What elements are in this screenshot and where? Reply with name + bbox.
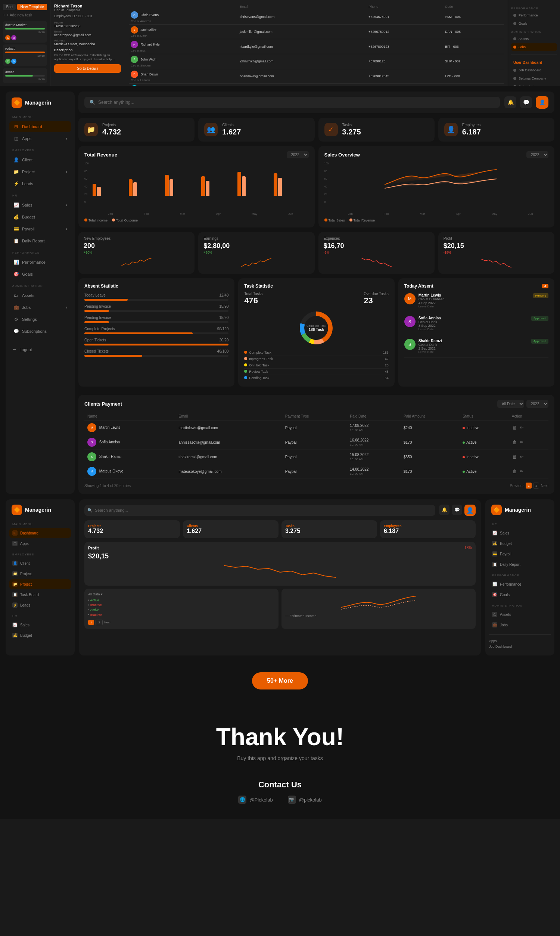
sidebar-item-project[interactable]: 📁 Project (9, 166, 71, 177)
sort-button[interactable]: Sort (3, 4, 16, 10)
sidebar-item-leads[interactable]: ⚡ Leads (9, 178, 71, 189)
absent-avatar: S (404, 339, 415, 350)
sidebar-item-performance[interactable]: 📊 Performance (9, 257, 71, 268)
sidebar-item-assets[interactable]: 🗂 Assets (9, 290, 71, 301)
prev3-daily-item[interactable]: 📋 Daily Report (489, 559, 551, 569)
prev3-budget-item[interactable]: 💰 Budget (489, 539, 551, 548)
apps-icon: ◫ (13, 135, 19, 142)
prev-page-2[interactable]: 2 (95, 620, 102, 625)
edit-button[interactable]: ✏ (519, 424, 524, 431)
prev-page-1[interactable]: 1 (88, 620, 94, 625)
add-task-row[interactable]: + + Add new task (3, 13, 47, 17)
preview-logo-2: 🔶 Managerin (9, 505, 71, 515)
prev3-goals-item[interactable]: 🎯 Goals (489, 590, 551, 599)
preview-logo-3: 🔶 Managerin (489, 505, 551, 515)
thank-you-title: Thank You! (8, 723, 552, 751)
preview-notif-button[interactable]: 🔔 (439, 505, 449, 515)
logout-button[interactable]: ↩ Logout (9, 344, 71, 354)
edit-button[interactable]: ✏ (519, 453, 524, 460)
prev-project-active-icon: 📁 (12, 582, 17, 587)
sidebar-item-daily-report[interactable]: 📋 Daily Report (9, 235, 71, 246)
more-button[interactable]: 50+ More (252, 672, 308, 690)
sidebar-item-jobs[interactable]: 💼 Jobs (9, 302, 71, 313)
stats-row: 📁 Projects 4.732 👥 Clients 1.627 ✓ Tasks… (78, 118, 554, 142)
assets-item[interactable]: Assets (511, 35, 557, 43)
contact-table-row: B Brian DawnCeo at Lazada briandawn@gmai… (129, 69, 504, 84)
user-avatar[interactable]: 👤 (536, 96, 548, 109)
estimated-chart (285, 593, 472, 611)
edit-button[interactable]: ✏ (519, 468, 524, 475)
sidebar-item-client[interactable]: 👤 Client (9, 154, 71, 165)
go-details-button[interactable]: Go to Details (54, 64, 121, 73)
preview-msg-button[interactable]: 💬 (452, 505, 462, 515)
prev-project-active-item[interactable]: 📁 Project (9, 579, 71, 589)
prev3-payroll-item[interactable]: 💳 Payroll (489, 549, 551, 559)
contact-link-1[interactable]: 🌐 @Pickolab (238, 796, 272, 804)
stat-card-employees: 👤 Employees 6.187 (438, 118, 554, 142)
logo-text: Managerin (25, 100, 51, 106)
sidebar-item-payroll[interactable]: 💳 Payroll (9, 223, 71, 234)
sidebar-item-apps[interactable]: ◫ Apps (9, 133, 71, 144)
delete-button[interactable]: 🗑 (512, 424, 518, 431)
main-content: 🔍 Search anything... 🔔 💬 👤 📁 Projects 4.… (78, 91, 554, 494)
prev3-payroll-icon: 💳 (492, 551, 497, 557)
prev-project-item[interactable]: 📁 Project (9, 569, 71, 579)
all-date-select[interactable]: All Date (497, 400, 524, 408)
prev3-sales-item[interactable]: 📈 Sales (489, 528, 551, 538)
contact-link-2[interactable]: 📷 @pickolab (288, 796, 322, 804)
payroll-icon: 💳 (13, 226, 19, 232)
prev-dashboard-item[interactable]: ⊞ Dashboard (9, 528, 71, 538)
preview-search-box[interactable]: 🔍 Search anything... (85, 505, 435, 516)
message-button[interactable]: 💬 (520, 96, 532, 108)
prev-leads-item[interactable]: ⚡ Leads (9, 600, 71, 610)
task-legend-item: Complete Task 186 (244, 349, 388, 356)
perf-item[interactable]: Performance (511, 12, 557, 19)
prev-sales-item[interactable]: 📈 Sales (9, 620, 71, 630)
pay-page-2-button[interactable]: 2 (533, 483, 539, 488)
subscriptions-item[interactable]: Subscriptions (511, 83, 557, 86)
goals-item[interactable]: Goals (511, 20, 557, 27)
prev3-jobs-item[interactable]: 💼 Jobs (489, 620, 551, 630)
prev-apps-item[interactable]: ◫ Apps (9, 539, 71, 548)
prev3-budget-icon: 💰 (492, 541, 497, 546)
delete-button[interactable]: 🗑 (512, 439, 518, 446)
preview-logo-icon-2: 🔶 (12, 505, 22, 515)
employees-icon: 👤 (444, 123, 458, 136)
sidebar-item-subscriptions[interactable]: 💬 Subscriptions (9, 326, 71, 337)
bar-group (165, 175, 200, 196)
search-box[interactable]: 🔍 Search anything... (85, 97, 500, 108)
sidebar-item-sales[interactable]: 📈 Sales (9, 199, 71, 211)
sales-year-select[interactable]: 2022 (526, 151, 548, 159)
settings-item[interactable]: Settings Company (511, 75, 557, 82)
prev-budget-item[interactable]: 💰 Budget (9, 630, 71, 640)
edit-button[interactable]: ✏ (519, 439, 524, 446)
more-section: 50+ More (0, 661, 560, 701)
sidebar-item-dashboard[interactable]: ⊞ Dashboard (9, 121, 71, 132)
notification-button[interactable]: 🔔 (505, 96, 516, 108)
task-legend: Complete Task 186 Inprogress Task 47 On … (244, 349, 388, 381)
preview-avatar[interactable]: 👤 (465, 505, 475, 516)
preview-metric-2: — Estimated Income (282, 589, 475, 629)
revenue-legend: Total Income Total Outcome (85, 219, 309, 222)
prev-taskboard-item[interactable]: 📋 Task Board (9, 590, 71, 599)
absent-status-badge: Approved (531, 316, 548, 321)
user-dashboard-item[interactable]: User Dashboard (511, 58, 557, 66)
delete-button[interactable]: 🗑 (512, 453, 518, 460)
new-template-button[interactable]: New Template (17, 4, 47, 10)
pay-avatar: S (88, 452, 96, 461)
sidebar-item-settings[interactable]: ⚙ Settings (9, 314, 71, 325)
metrics-row: New Employees 200 +10% Earnings $2,80,00… (78, 232, 554, 274)
revenue-year-select[interactable]: 2022 (287, 151, 309, 159)
sidebar-item-budget[interactable]: 💰 Budget (9, 211, 71, 223)
year-select[interactable]: 2022 (526, 400, 548, 408)
prev3-perf-item[interactable]: 📊 Performance (489, 579, 551, 589)
jobs-item[interactable]: Jobs (511, 43, 557, 51)
pay-avatar: S (88, 438, 96, 447)
prev3-assets-item[interactable]: 🗂 Assets (489, 610, 551, 619)
pay-page-1-button[interactable]: 1 (526, 483, 532, 488)
sidebar-item-goals[interactable]: 🎯 Goals (9, 269, 71, 280)
income-bar (237, 172, 241, 196)
job-dashboard-item[interactable]: Job Dashboard (511, 66, 557, 74)
delete-button[interactable]: 🗑 (512, 468, 518, 475)
prev-client-item[interactable]: 👤 Client (9, 558, 71, 568)
